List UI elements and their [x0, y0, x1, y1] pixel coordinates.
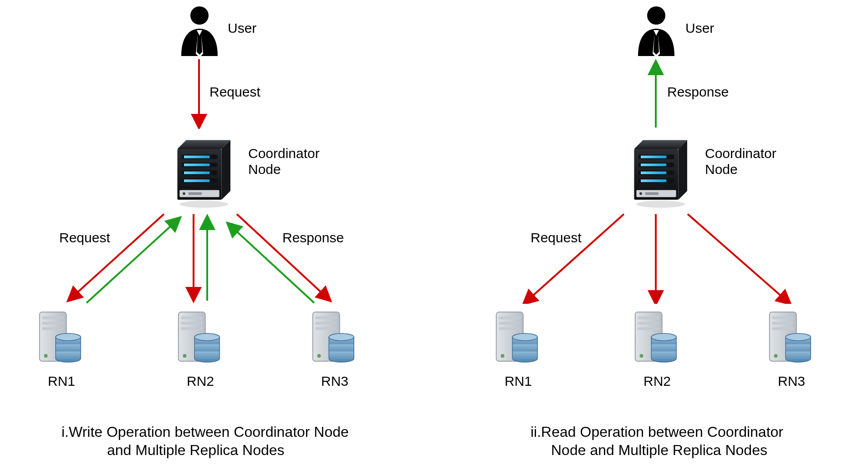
svg-rect-70 [772, 327, 794, 330]
svg-rect-51 [645, 192, 658, 195]
svg-rect-69 [772, 322, 794, 324]
user-icon-right [630, 1, 682, 58]
db-icon-left-2 [168, 304, 228, 370]
svg-point-71 [774, 354, 778, 358]
svg-point-13 [183, 192, 185, 195]
left-request-top-label: Request [209, 84, 260, 100]
svg-point-37 [647, 6, 665, 25]
left-caption-line1: i.Write Operation between Coordinator No… [61, 424, 349, 440]
db-label-right-3: RN3 [778, 374, 805, 389]
svg-point-0 [190, 6, 209, 25]
left-caption-line2: and Multiple Replica Nodes [107, 442, 285, 459]
db-label-left-2: RN2 [187, 374, 214, 389]
arrow-right-coord-to-rn3 [688, 214, 790, 304]
svg-rect-17 [42, 316, 64, 319]
svg-rect-46 [641, 171, 666, 174]
svg-rect-61 [638, 316, 659, 319]
svg-point-15 [179, 201, 228, 208]
db-icon-right-1 [486, 304, 546, 370]
db-label-right-2: RN2 [643, 374, 671, 389]
right-request-label: Request [531, 230, 582, 246]
svg-rect-32 [316, 322, 337, 324]
svg-rect-18 [42, 322, 64, 324]
right-response-label: Response [667, 84, 729, 100]
svg-rect-44 [641, 164, 666, 166]
diagram-canvas: User Request [0, 0, 868, 476]
svg-rect-7 [184, 164, 209, 166]
svg-rect-56 [499, 327, 521, 330]
db-icon-left-3 [303, 304, 362, 370]
svg-point-20 [44, 354, 48, 358]
svg-rect-63 [638, 327, 659, 330]
svg-rect-11 [184, 179, 209, 182]
user-icon-left [173, 1, 225, 58]
svg-marker-39 [678, 140, 687, 200]
svg-rect-25 [181, 322, 203, 324]
arrows-layer [0, 0, 868, 476]
svg-rect-5 [184, 156, 209, 159]
svg-point-64 [640, 354, 643, 358]
db-label-left-1: RN1 [48, 374, 75, 389]
right-caption-line2: Node and Multiple Replica Nodes [551, 442, 767, 459]
db-label-right-1: RN1 [505, 374, 532, 389]
svg-point-22 [56, 333, 81, 341]
left-user-label: User [228, 20, 256, 36]
svg-rect-24 [181, 316, 203, 319]
left-response-label: Response [282, 230, 344, 246]
right-user-label: User [685, 20, 714, 36]
svg-rect-31 [316, 316, 337, 319]
svg-rect-48 [641, 179, 666, 182]
arrow-left-coord-to-rn3 [237, 214, 330, 301]
svg-marker-1 [177, 140, 230, 149]
svg-point-73 [786, 333, 811, 341]
svg-rect-62 [638, 322, 659, 324]
svg-point-34 [317, 354, 321, 358]
svg-point-66 [651, 333, 676, 341]
left-coordinator-label: Coordinator Node [248, 146, 320, 177]
db-label-left-3: RN3 [321, 374, 348, 389]
svg-rect-55 [499, 322, 521, 324]
svg-rect-26 [181, 327, 203, 330]
svg-point-29 [194, 333, 220, 341]
svg-rect-68 [772, 316, 794, 319]
svg-point-52 [636, 201, 685, 208]
svg-point-27 [183, 354, 187, 358]
arrow-right-coord-to-rn1 [524, 214, 624, 304]
svg-rect-33 [316, 327, 337, 330]
svg-rect-42 [641, 156, 666, 159]
coordinator-icon-right [616, 129, 696, 213]
db-icon-right-3 [760, 304, 819, 370]
arrow-left-coord-to-rn1 [68, 214, 164, 301]
db-icon-left-1 [30, 304, 89, 370]
coordinator-icon-left [159, 129, 239, 213]
svg-rect-9 [184, 171, 209, 174]
svg-point-59 [512, 333, 537, 341]
right-coordinator-label: Coordinator Node [705, 146, 776, 177]
svg-point-36 [329, 333, 354, 341]
db-icon-right-2 [625, 304, 684, 370]
right-caption-line1: ii.Read Operation between Coordinator [531, 424, 783, 440]
svg-point-57 [501, 354, 505, 358]
left-request-bottom-label: Request [59, 230, 110, 246]
svg-rect-14 [188, 192, 201, 195]
svg-rect-54 [499, 316, 521, 319]
svg-marker-38 [634, 140, 687, 149]
svg-marker-2 [221, 140, 230, 200]
svg-point-50 [639, 192, 642, 195]
svg-rect-19 [42, 327, 64, 330]
